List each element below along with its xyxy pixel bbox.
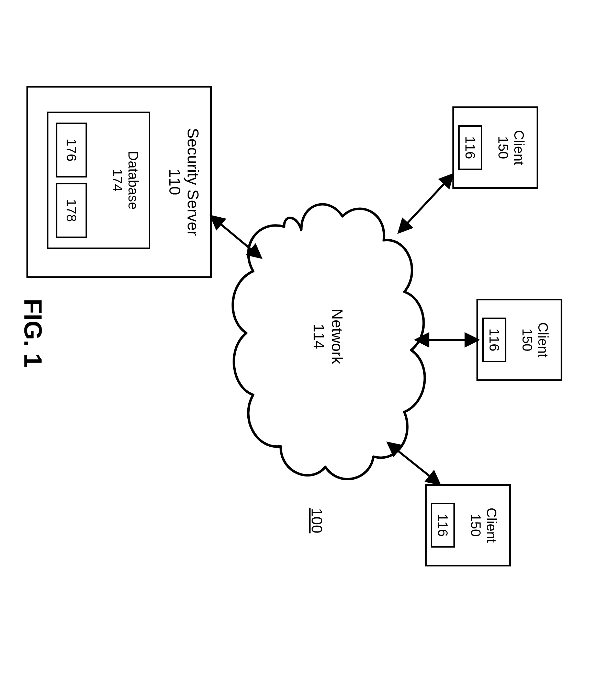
figure-ref: 100 <box>308 508 325 533</box>
svg-line-3 <box>215 220 257 254</box>
svg-line-0 <box>403 179 449 228</box>
figure-caption: FIG. 1 <box>19 299 47 367</box>
svg-line-2 <box>392 446 435 481</box>
connectors <box>0 0 607 700</box>
